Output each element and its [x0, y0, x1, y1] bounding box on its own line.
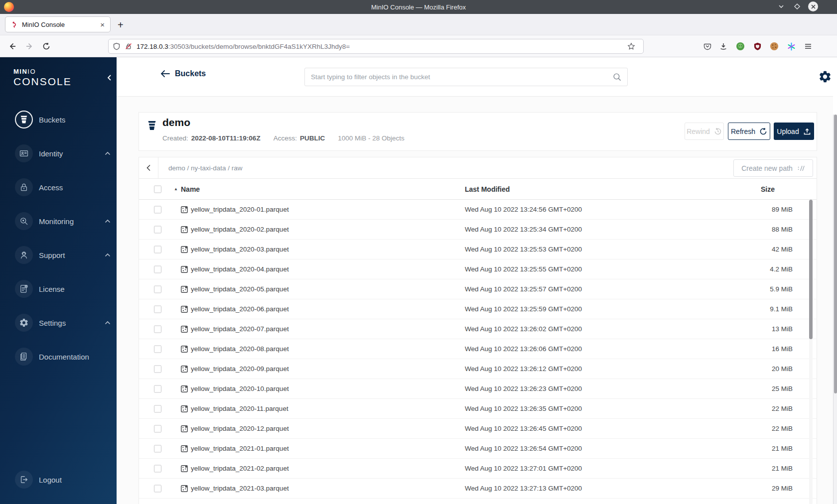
column-header-last-modified[interactable]: Last Modified — [465, 179, 510, 200]
object-row[interactable]: yellow_tripdata_2021-01.parquetWed Aug 1… — [139, 439, 817, 459]
refresh-button[interactable]: Refresh — [728, 123, 770, 140]
bookmark-star-icon[interactable] — [627, 42, 635, 50]
filter-objects-input[interactable] — [311, 73, 613, 81]
object-row[interactable]: yellow_tripdata_2020-02.parquetWed Aug 1… — [139, 220, 817, 240]
object-row[interactable]: yellow_tripdata_2020-06.parquetWed Aug 1… — [139, 299, 817, 319]
back-link-label: Buckets — [175, 69, 206, 78]
sort-ascending-icon[interactable]: ▲ — [174, 179, 178, 200]
row-checkbox[interactable] — [154, 445, 161, 452]
path-bar: demo / ny-taxi-data / raw Create new pat… — [139, 157, 817, 179]
pocket-icon[interactable] — [702, 41, 713, 52]
object-row[interactable]: yellow_tripdata_2020-08.parquetWed Aug 1… — [139, 339, 817, 359]
created-value: 2022-08-10T11:19:06Z — [191, 134, 261, 142]
column-header-size[interactable]: Size — [761, 179, 775, 200]
row-checkbox[interactable] — [154, 206, 161, 213]
page-scrollbar-thumb[interactable] — [834, 115, 837, 393]
create-new-path-button[interactable]: Create new path — [733, 159, 813, 177]
insecure-lock-icon[interactable] — [125, 42, 133, 50]
object-row[interactable]: yellow_tripdata_2020-01.parquetWed Aug 1… — [139, 200, 817, 220]
object-row[interactable]: yellow_tripdata_2020-04.parquetWed Aug 1… — [139, 259, 817, 279]
object-last-modified: Wed Aug 10 2022 13:26:02 GMT+0200 — [465, 319, 582, 339]
chevron-up-icon[interactable] — [105, 253, 111, 257]
row-checkbox[interactable] — [154, 485, 161, 492]
row-checkbox[interactable] — [154, 405, 161, 412]
chevron-up-icon[interactable] — [105, 151, 111, 156]
sidebar-item-support[interactable]: Support — [0, 246, 117, 264]
docs-icon — [15, 348, 33, 366]
forward-button[interactable] — [23, 40, 36, 53]
window-maximize-button[interactable] — [792, 1, 802, 11]
sidebar-item-identity[interactable]: Identity — [0, 144, 117, 162]
settings-gear-icon[interactable] — [818, 70, 832, 84]
tab-close-icon[interactable]: × — [99, 20, 106, 29]
chevron-up-icon[interactable] — [105, 219, 111, 224]
sidebar-item-label: Identity — [39, 149, 63, 158]
id-card-icon — [15, 144, 33, 162]
downloads-icon[interactable] — [718, 41, 729, 52]
containers-icon[interactable] — [786, 41, 797, 52]
sidebar-item-license[interactable]: License — [0, 280, 117, 298]
row-checkbox[interactable] — [154, 345, 161, 353]
back-to-buckets-link[interactable]: Buckets — [160, 69, 206, 78]
row-checkbox[interactable] — [154, 305, 161, 313]
window-close-button[interactable] — [808, 1, 818, 11]
url-bar[interactable]: 172.18.0.3:30503/buckets/demo/browse/bnk… — [108, 39, 644, 54]
hamburger-menu-icon[interactable] — [803, 41, 814, 52]
sidebar-item-label: Support — [39, 251, 65, 259]
select-all-checkbox[interactable] — [154, 185, 161, 193]
chevron-up-icon[interactable] — [105, 321, 111, 325]
table-header: ▲ Name Last Modified Size — [139, 179, 817, 200]
table-scrollbar-thumb[interactable] — [809, 200, 813, 339]
object-last-modified: Wed Aug 10 2022 13:25:55 GMT+0200 — [465, 259, 582, 279]
row-checkbox[interactable] — [154, 425, 161, 432]
row-checkbox[interactable] — [154, 285, 161, 293]
object-name: yellow_tripdata_2021-02.parquet — [191, 459, 289, 479]
object-row[interactable]: yellow_tripdata_2020-09.parquetWed Aug 1… — [139, 359, 817, 379]
object-row[interactable]: yellow_tripdata_2020-05.parquetWed Aug 1… — [139, 279, 817, 299]
ublock-icon[interactable] — [752, 41, 763, 52]
row-checkbox[interactable] — [154, 265, 161, 273]
rewind-button[interactable]: Rewind — [685, 123, 724, 140]
breadcrumb[interactable]: demo / ny-taxi-data / raw — [168, 157, 243, 178]
object-file-icon — [180, 465, 188, 473]
sidebar-item-buckets[interactable]: Buckets — [0, 111, 117, 128]
row-checkbox[interactable] — [154, 365, 161, 373]
back-button[interactable] — [6, 40, 19, 53]
path-back-button[interactable] — [139, 157, 158, 178]
new-tab-button[interactable]: + — [118, 20, 124, 30]
row-checkbox[interactable] — [154, 246, 161, 253]
cookie-extension-icon[interactable] — [769, 41, 780, 52]
sidebar-item-monitoring[interactable]: Monitoring — [0, 212, 117, 230]
object-row[interactable]: yellow_tripdata_2021-03.parquetWed Aug 1… — [139, 479, 817, 499]
object-file-icon — [180, 305, 188, 313]
window-minimize-button[interactable] — [776, 1, 786, 11]
privacy-badger-icon[interactable] — [735, 41, 746, 52]
row-checkbox[interactable] — [154, 226, 161, 233]
object-row[interactable]: yellow_tripdata_2020-03.parquetWed Aug 1… — [139, 240, 817, 259]
object-name: yellow_tripdata_2020-05.parquet — [191, 279, 289, 299]
row-checkbox[interactable] — [154, 325, 161, 333]
sidebar-item-settings[interactable]: Settings — [0, 314, 117, 332]
object-row[interactable]: yellow_tripdata_2020-12.parquetWed Aug 1… — [139, 419, 817, 439]
object-size: 22 MiB — [772, 399, 793, 419]
upload-button[interactable]: Upload — [774, 123, 814, 140]
sidebar-item-documentation[interactable]: Documentation — [0, 348, 117, 366]
minio-favicon-icon — [10, 21, 18, 28]
sidebar-item-access[interactable]: Access — [0, 178, 117, 196]
object-last-modified: Wed Aug 10 2022 13:26:54 GMT+0200 — [465, 439, 582, 459]
object-size: 22 MiB — [772, 419, 793, 439]
sidebar-collapse-icon[interactable] — [107, 74, 112, 81]
object-row[interactable]: yellow_tripdata_2020-07.parquetWed Aug 1… — [139, 319, 817, 339]
object-row[interactable]: yellow_tripdata_2020-10.parquetWed Aug 1… — [139, 379, 817, 399]
object-row[interactable]: yellow_tripdata_2020-11.parquetWed Aug 1… — [139, 399, 817, 419]
sidebar-item-label: Documentation — [39, 353, 89, 361]
reload-button[interactable] — [40, 40, 53, 53]
sidebar-item-logout[interactable]: Logout — [0, 471, 117, 489]
browser-tab-minio-console[interactable]: MinIO Console × — [5, 16, 111, 32]
tracking-shield-icon[interactable] — [113, 42, 121, 50]
row-checkbox[interactable] — [154, 385, 161, 392]
column-header-name[interactable]: Name — [181, 179, 200, 200]
object-row[interactable]: yellow_tripdata_2021-02.parquetWed Aug 1… — [139, 459, 817, 479]
object-size: 88 MiB — [772, 220, 793, 240]
row-checkbox[interactable] — [154, 465, 161, 472]
